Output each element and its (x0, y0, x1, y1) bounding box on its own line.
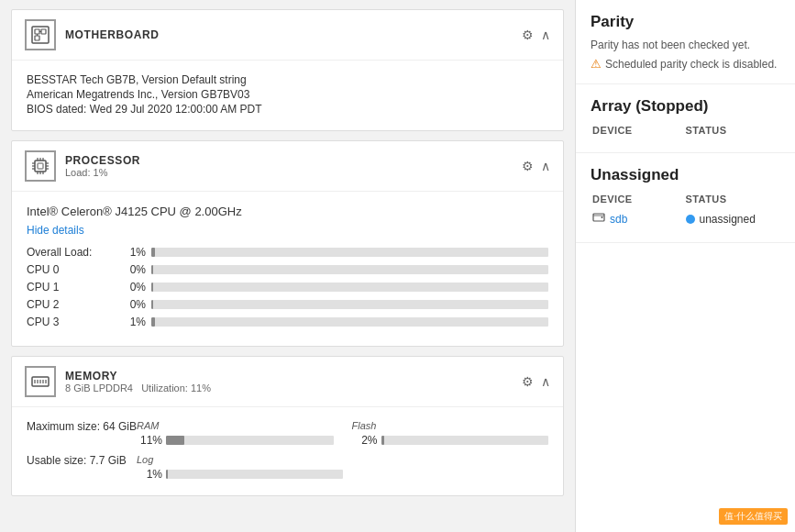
cpu-bar-fill (151, 248, 155, 257)
motherboard-actions: ⚙ ∧ (522, 28, 550, 42)
memory-usable-label: Usable size: 7.7 GiB (27, 454, 137, 467)
memory-bars-top: RAM 11% Flash 2% (137, 420, 548, 447)
parity-not-checked: Parity has not been checked yet. (591, 39, 780, 51)
cpu-bar-track (151, 265, 548, 274)
cpu-row: CPU 1 0% (27, 281, 548, 294)
processor-icon (25, 150, 56, 182)
cpu-row-pct: 1% (118, 246, 146, 259)
cpu-row: CPU 2 0% (27, 298, 548, 311)
ram-bar-group: RAM 11% (137, 420, 333, 447)
motherboard-body: BESSTAR Tech GB7B, Version Default strin… (12, 61, 563, 130)
ram-bar-row: 11% (137, 434, 333, 447)
unassigned-device-link[interactable]: sdb (610, 213, 627, 226)
log-bar-track (166, 470, 343, 479)
log-label: Log (137, 454, 343, 465)
log-bar-fill (166, 470, 168, 479)
memory-usable-row: Usable size: 7.7 GiB Log 1% (27, 454, 548, 481)
memory-title: MEMORY (65, 370, 211, 382)
processor-chevron-icon[interactable]: ∧ (541, 159, 550, 173)
flash-label: Flash (352, 420, 548, 431)
memory-header-left: MEMORY 8 GiB LPDDR4 Utilization: 11% (25, 366, 211, 397)
svg-point-27 (602, 216, 603, 218)
cpu-row-pct: 1% (118, 316, 146, 328)
status-dot-blue (686, 215, 695, 224)
memory-gear-icon[interactable]: ⚙ (522, 374, 534, 389)
array-col-status-header: STATUS (686, 125, 779, 136)
memory-body: Maximum size: 64 GiB RAM 11% Flash (12, 407, 563, 495)
memory-subtitle: 8 GiB LPDDR4 Utilization: 11% (65, 382, 211, 393)
unassigned-col-status-header: STATUS (686, 194, 779, 205)
array-device-table: DEVICE STATUS (591, 125, 780, 136)
cpu-bar-track (151, 317, 548, 327)
svg-rect-3 (35, 36, 39, 40)
cpu-model: Intel® Celeron® J4125 CPU @ 2.00GHz (27, 205, 548, 218)
memory-card: MEMORY 8 GiB LPDDR4 Utilization: 11% ⚙ ∧… (11, 356, 564, 496)
warning-icon: ⚠ (591, 57, 602, 71)
parity-warning-text: Scheduled parity check is disabled. (605, 58, 777, 71)
motherboard-gear-icon[interactable]: ⚙ (522, 28, 534, 42)
cpu-row-label: CPU 0 (27, 263, 118, 276)
cpu-bar-fill (151, 283, 153, 292)
unassigned-device-table: DEVICE STATUS sdb unassigne (591, 194, 780, 229)
hide-details-link[interactable]: Hide details (27, 224, 548, 237)
memory-title-block: MEMORY 8 GiB LPDDR4 Utilization: 11% (65, 370, 211, 393)
motherboard-title: MOTHERBOARD (65, 28, 160, 41)
ram-pct: 11% (137, 434, 162, 447)
cpu-bar-track (151, 300, 548, 309)
cpu-row: CPU 3 1% (27, 316, 548, 328)
unassigned-status-text: unassigned (700, 213, 756, 226)
unassigned-device-col: sdb (592, 211, 686, 227)
array-table-header: DEVICE STATUS (591, 125, 780, 136)
motherboard-card: MOTHERBOARD ⚙ ∧ BESSTAR Tech GB7B, Versi… (11, 9, 564, 131)
cpu-bar-fill (151, 265, 153, 274)
flash-bar-track (381, 436, 548, 445)
processor-title-block: PROCESSOR Load: 1% (65, 154, 140, 178)
processor-header-left: PROCESSOR Load: 1% (25, 150, 140, 182)
ram-label: RAM (137, 420, 333, 431)
cpu-bar-track (151, 283, 548, 292)
motherboard-line2: American Megatrends Inc., Version GB7BV0… (27, 88, 548, 101)
cpu-row-pct: 0% (118, 298, 146, 311)
processor-card: PROCESSOR Load: 1% ⚙ ∧ Intel® Celeron® J… (11, 140, 564, 347)
cpu-row-pct: 0% (118, 263, 146, 276)
ram-bar-track (166, 436, 333, 445)
svg-rect-1 (35, 29, 39, 34)
cpu-rows-container: Overall Load: 1% CPU 0 0% CPU 1 0% CPU 2… (27, 246, 548, 328)
cpu-row-pct: 0% (118, 281, 146, 294)
unassigned-section: Unassigned DEVICE STATUS sdb (576, 153, 795, 243)
log-bar-row: 1% (137, 468, 343, 481)
memory-actions: ⚙ ∧ (522, 374, 550, 389)
memory-max-label: Maximum size: 64 GiB (27, 420, 137, 433)
array-col-device-header: DEVICE (592, 125, 686, 136)
main-content: MOTHERBOARD ⚙ ∧ BESSTAR Tech GB7B, Versi… (0, 0, 575, 532)
parity-section: Parity Parity has not been checked yet. … (576, 0, 795, 84)
right-panel: Parity Parity has not been checked yet. … (575, 0, 795, 532)
processor-gear-icon[interactable]: ⚙ (522, 159, 534, 173)
disk-icon (592, 211, 605, 227)
processor-header: PROCESSOR Load: 1% ⚙ ∧ (12, 141, 563, 192)
parity-title: Parity (591, 13, 780, 31)
array-section: Array (Stopped) DEVICE STATUS (576, 84, 795, 153)
flash-bar-row: 2% (352, 434, 548, 447)
processor-subtitle: Load: 1% (65, 167, 140, 178)
cpu-row-label: CPU 2 (27, 298, 118, 311)
unassigned-status-col: unassigned (686, 213, 779, 226)
cpu-bar-fill (151, 300, 153, 309)
memory-chevron-icon[interactable]: ∧ (541, 374, 550, 389)
svg-rect-2 (41, 29, 46, 34)
parity-warning: ⚠ Scheduled parity check is disabled. (591, 57, 780, 71)
motherboard-header-left: MOTHERBOARD (25, 19, 160, 50)
motherboard-line3: BIOS dated: Wed 29 Jul 2020 12:00:00 AM … (27, 103, 548, 116)
cpu-row-label: CPU 1 (27, 281, 118, 294)
unassigned-title: Unassigned (591, 166, 780, 184)
unassigned-col-device-header: DEVICE (592, 194, 686, 205)
motherboard-icon (25, 19, 56, 50)
log-bar-group: Log 1% (137, 454, 343, 481)
cpu-row: Overall Load: 1% (27, 246, 548, 259)
ram-bar-fill (166, 436, 184, 445)
processor-title: PROCESSOR (65, 154, 140, 167)
cpu-row-label: Overall Load: (27, 246, 118, 259)
flash-bar-fill (381, 436, 385, 445)
memory-max-row: Maximum size: 64 GiB RAM 11% Flash (27, 420, 548, 447)
motherboard-chevron-icon[interactable]: ∧ (541, 28, 550, 42)
